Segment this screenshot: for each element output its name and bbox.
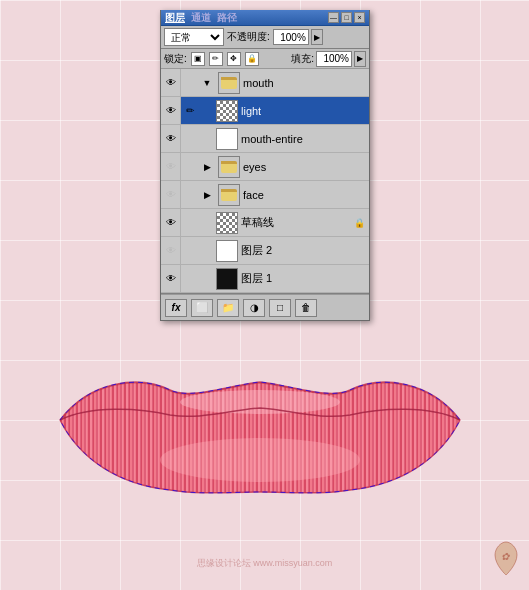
new-layer-button[interactable]: □ — [269, 299, 291, 317]
tab-layers[interactable]: 图层 — [165, 11, 185, 25]
layer-thumbnail — [216, 240, 238, 262]
list-item[interactable]: 👁 ▶ face — [161, 181, 369, 209]
lock-transparent[interactable]: ▣ — [191, 52, 205, 66]
layer-name: 图层 2 — [241, 243, 369, 258]
layer-thumbnail — [218, 156, 240, 178]
paint-icon: ✏ — [181, 97, 199, 124]
layers-panel: 图层 通道 路径 — □ × 正常 不透明度: ▶ 锁定: ▣ ✏ ✥ 🔒 填充… — [160, 10, 370, 321]
expand-arrow[interactable]: ▶ — [199, 181, 215, 208]
expand-arrow[interactable]: ▶ — [199, 153, 215, 180]
delete-layer-button[interactable]: 🗑 — [295, 299, 317, 317]
opacity-label: 不透明度: — [227, 30, 270, 44]
visibility-eye[interactable]: 👁 — [161, 181, 181, 208]
layer-thumbnail — [216, 268, 238, 290]
visibility-eye[interactable]: 👁 — [161, 209, 181, 236]
paint-icon — [181, 265, 199, 292]
fill-input[interactable] — [316, 51, 352, 67]
layer-name: 草稿线 — [241, 215, 352, 230]
panel-tabs: 图层 通道 路径 — [165, 11, 237, 25]
layer-thumbnail — [216, 100, 238, 122]
layer-thumbnail — [218, 184, 240, 206]
list-item[interactable]: 👁 mouth-entire — [161, 125, 369, 153]
lock-icon: 🔒 — [352, 218, 366, 228]
tab-channels[interactable]: 通道 — [191, 11, 211, 25]
lock-image[interactable]: ✏ — [209, 52, 223, 66]
lock-position[interactable]: ✥ — [227, 52, 241, 66]
close-button[interactable]: × — [354, 12, 365, 23]
visibility-eye[interactable]: 👁 — [161, 69, 181, 96]
panel-bottom-toolbar: fx ⬜ 📁 ◑ □ 🗑 — [161, 294, 369, 320]
titlebar-controls: — □ × — [328, 12, 365, 23]
layer-name: eyes — [243, 161, 369, 173]
lips-artwork — [30, 320, 490, 520]
panel-titlebar: 图层 通道 路径 — □ × — [161, 10, 369, 26]
watermark-text: 思缘设计论坛 www.missyuan.com — [197, 557, 333, 570]
fill-field: 填充: ▶ — [291, 51, 366, 67]
visibility-eye[interactable]: 👁 — [161, 237, 181, 264]
lock-label: 锁定: — [164, 52, 187, 66]
list-item[interactable]: 👁 ✏ light — [161, 97, 369, 125]
paint-icon — [181, 153, 199, 180]
blend-mode-select[interactable]: 正常 — [164, 28, 224, 46]
layer-name: face — [243, 189, 369, 201]
group-button[interactable]: 📁 — [217, 299, 239, 317]
visibility-eye[interactable]: 👁 — [161, 125, 181, 152]
svg-point-7 — [180, 390, 340, 414]
layer-name: mouth-entire — [241, 133, 369, 145]
watermark-logo: ✿ — [491, 540, 521, 582]
visibility-eye[interactable]: 👁 — [161, 153, 181, 180]
list-item[interactable]: 👁 图层 2 — [161, 237, 369, 265]
paint-icon — [181, 237, 199, 264]
minimize-button[interactable]: — — [328, 12, 339, 23]
fx-button[interactable]: fx — [165, 299, 187, 317]
fill-arrow[interactable]: ▶ — [354, 51, 366, 67]
paint-icon — [181, 69, 199, 96]
opacity-input[interactable] — [273, 29, 309, 45]
lock-fill-row: 锁定: ▣ ✏ ✥ 🔒 填充: ▶ — [161, 49, 369, 69]
maximize-button[interactable]: □ — [341, 12, 352, 23]
visibility-eye[interactable]: 👁 — [161, 97, 181, 124]
layers-list: 👁 ▼ mouth 👁 ✏ light 👁 mout — [161, 69, 369, 294]
fill-label: 填充: — [291, 52, 314, 66]
lips-svg — [30, 320, 490, 520]
visibility-eye[interactable]: 👁 — [161, 265, 181, 292]
svg-rect-6 — [30, 320, 490, 520]
tab-paths[interactable]: 路径 — [217, 11, 237, 25]
list-item[interactable]: 👁 草稿线 🔒 — [161, 209, 369, 237]
layer-thumbnail — [218, 72, 240, 94]
paint-icon — [181, 209, 199, 236]
svg-text:✿: ✿ — [501, 551, 510, 562]
list-item[interactable]: 👁 图层 1 — [161, 265, 369, 293]
expand-arrow[interactable]: ▼ — [199, 69, 215, 96]
paint-icon — [181, 181, 199, 208]
lock-all[interactable]: 🔒 — [245, 52, 259, 66]
list-item[interactable]: 👁 ▼ mouth — [161, 69, 369, 97]
mask-button[interactable]: ⬜ — [191, 299, 213, 317]
svg-point-8 — [160, 438, 360, 482]
layer-thumbnail — [216, 212, 238, 234]
opacity-field: ▶ — [273, 29, 323, 45]
paint-icon — [181, 125, 199, 152]
layer-name: 图层 1 — [241, 271, 369, 286]
layer-name: light — [241, 105, 369, 117]
adjustment-button[interactable]: ◑ — [243, 299, 265, 317]
blend-mode-row: 正常 不透明度: ▶ — [161, 26, 369, 49]
opacity-arrow[interactable]: ▶ — [311, 29, 323, 45]
list-item[interactable]: 👁 ▶ eyes — [161, 153, 369, 181]
layer-name: mouth — [243, 77, 369, 89]
layer-thumbnail — [216, 128, 238, 150]
